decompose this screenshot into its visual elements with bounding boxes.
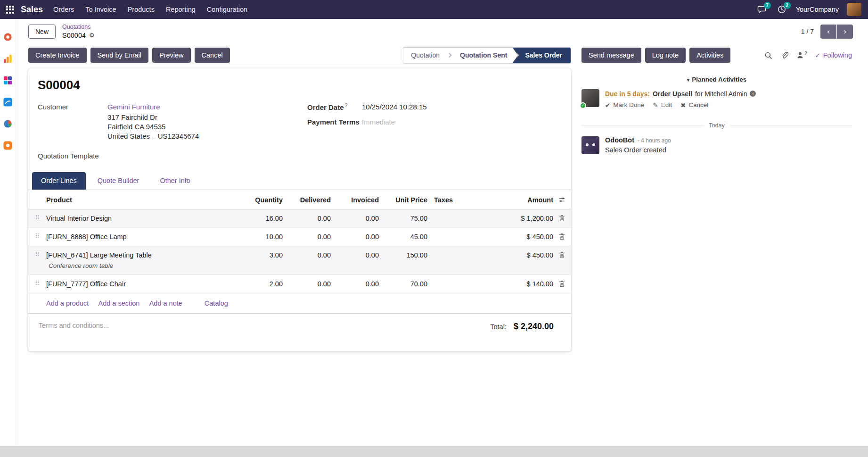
tab-other-info[interactable]: Other Info bbox=[151, 172, 199, 190]
messages-icon[interactable]: 7 bbox=[756, 4, 768, 15]
invoiced-cell[interactable]: 0.00 bbox=[331, 215, 379, 222]
product-description[interactable]: Conference room table bbox=[49, 262, 231, 269]
activity-user-avatar: ✓ bbox=[581, 89, 599, 107]
nav-item-reporting[interactable]: Reporting bbox=[166, 6, 196, 13]
delivered-cell[interactable]: 0.00 bbox=[283, 233, 331, 241]
cancel-button[interactable]: Cancel bbox=[195, 48, 230, 63]
drag-handle-icon[interactable]: ⠿ bbox=[28, 251, 46, 258]
send-message-button[interactable]: Send message bbox=[581, 48, 641, 63]
quantity-cell[interactable]: 16.00 bbox=[236, 215, 283, 222]
payment-terms-value[interactable]: Immediate bbox=[362, 118, 395, 126]
sidebar-app-icon-discuss[interactable] bbox=[3, 32, 13, 42]
product-cell[interactable]: [FURN_7777] Office Chair bbox=[46, 280, 236, 288]
quantity-cell[interactable]: 2.00 bbox=[236, 280, 283, 288]
messages-badge: 7 bbox=[764, 2, 771, 9]
user-avatar[interactable] bbox=[847, 3, 861, 16]
new-button[interactable]: New bbox=[28, 25, 56, 39]
followers-icon[interactable]: 2 bbox=[796, 51, 807, 59]
product-cell[interactable]: [FURN_8888] Office Lamp bbox=[46, 233, 236, 241]
activities-icon[interactable]: 2 bbox=[776, 4, 787, 15]
sidebar-app-icon-chart[interactable] bbox=[3, 54, 13, 64]
drag-handle-icon[interactable]: ⠿ bbox=[28, 215, 46, 221]
delete-line-icon[interactable] bbox=[553, 251, 571, 258]
activities-badge: 2 bbox=[784, 2, 791, 9]
app-brand[interactable]: Sales bbox=[21, 5, 43, 15]
address-line-1: 317 Fairchild Dr bbox=[107, 113, 307, 122]
add-note-link[interactable]: Add a note bbox=[149, 299, 182, 307]
activities-button[interactable]: Activities bbox=[689, 48, 730, 63]
create-invoice-button[interactable]: Create Invoice bbox=[28, 48, 87, 63]
control-panel: New Quotations S00004 ⚙ 1 / 7 ‹ › bbox=[16, 19, 868, 43]
breadcrumb-quotations[interactable]: Quotations bbox=[62, 24, 95, 31]
product-cell[interactable]: [FURN_6741] Large Meeting Table Conferen… bbox=[46, 251, 236, 269]
planned-activities-header[interactable]: ▾Planned Activities bbox=[581, 76, 852, 83]
catalog-link[interactable]: Catalog bbox=[205, 299, 228, 307]
invoiced-cell[interactable]: 0.00 bbox=[331, 280, 379, 288]
nav-item-orders[interactable]: Orders bbox=[53, 6, 74, 13]
add-section-link[interactable]: Add a section bbox=[98, 299, 140, 307]
delivered-cell[interactable]: 0.00 bbox=[283, 215, 331, 222]
column-options-icon[interactable] bbox=[553, 196, 571, 203]
status-step-sales-order[interactable]: Sales Order bbox=[512, 48, 571, 63]
terms-placeholder[interactable]: Terms and conditions... bbox=[39, 322, 109, 329]
following-toggle[interactable]: ✓ Following bbox=[815, 51, 852, 59]
company-name[interactable]: YourCompany bbox=[796, 6, 839, 13]
attachments-icon[interactable] bbox=[780, 51, 788, 59]
delivered-cell[interactable]: 0.00 bbox=[283, 251, 331, 259]
invoiced-cell[interactable]: 0.00 bbox=[331, 233, 379, 241]
activity-due-text: Due in 5 days: bbox=[605, 90, 650, 98]
unit-price-cell[interactable]: 70.00 bbox=[379, 280, 427, 288]
delete-line-icon[interactable] bbox=[553, 280, 571, 287]
apps-menu-icon[interactable] bbox=[4, 3, 16, 16]
sidebar-app-icon-settings[interactable] bbox=[3, 141, 13, 150]
delivered-cell[interactable]: 0.00 bbox=[283, 280, 331, 288]
top-navbar: Sales Orders To Invoice Products Reporti… bbox=[0, 0, 868, 19]
pager-previous-button[interactable]: ‹ bbox=[820, 25, 836, 39]
actions-gear-icon[interactable]: ⚙ bbox=[89, 32, 95, 39]
chatter-message: OdooBot - 4 hours ago Sales Order create… bbox=[581, 136, 852, 154]
send-by-email-button[interactable]: Send by Email bbox=[90, 48, 149, 63]
message-body: Sales Order created bbox=[605, 146, 671, 154]
sidebar-app-icon-pie[interactable] bbox=[3, 119, 13, 129]
delete-line-icon[interactable] bbox=[553, 233, 571, 240]
product-cell[interactable]: Virtual Interior Design bbox=[46, 215, 236, 222]
nav-item-to-invoice[interactable]: To Invoice bbox=[85, 6, 116, 13]
chatter-topbar: Send message Log note Activities 2 bbox=[571, 44, 868, 67]
sidebar-app-icon-dashboard[interactable] bbox=[3, 75, 13, 85]
order-date-label: Order Date? bbox=[307, 103, 362, 111]
mark-done-button[interactable]: ✔ Mark Done bbox=[605, 101, 644, 109]
preview-button[interactable]: Preview bbox=[152, 48, 191, 63]
quantity-cell[interactable]: 3.00 bbox=[236, 251, 283, 259]
log-note-button[interactable]: Log note bbox=[645, 48, 686, 63]
status-step-quotation-sent[interactable]: Quotation Sent bbox=[452, 48, 515, 63]
quantity-cell[interactable]: 10.00 bbox=[236, 233, 283, 241]
drag-handle-icon[interactable]: ⠿ bbox=[28, 233, 46, 239]
pager-next-button[interactable]: › bbox=[837, 25, 853, 39]
nav-item-configuration[interactable]: Configuration bbox=[207, 6, 247, 13]
caret-down-icon: ▾ bbox=[687, 77, 690, 83]
order-lines-body: ⠿ Virtual Interior Design 16.00 0.00 0.0… bbox=[28, 209, 571, 293]
unit-price-cell[interactable]: 150.00 bbox=[379, 251, 427, 259]
apps-sidebar bbox=[0, 19, 16, 446]
info-icon[interactable]: i bbox=[750, 91, 756, 97]
delete-line-icon[interactable] bbox=[553, 215, 571, 222]
status-step-quotation[interactable]: Quotation bbox=[403, 48, 447, 63]
tab-order-lines[interactable]: Order Lines bbox=[32, 172, 86, 190]
drag-handle-icon[interactable]: ⠿ bbox=[28, 280, 46, 286]
add-product-link[interactable]: Add a product bbox=[46, 299, 89, 307]
cancel-activity-button[interactable]: ✖ Cancel bbox=[680, 101, 708, 109]
search-messages-icon[interactable] bbox=[764, 51, 772, 59]
record-pager[interactable]: 1 / 7 bbox=[801, 28, 814, 35]
unit-price-cell[interactable]: 75.00 bbox=[379, 215, 427, 222]
order-line-row: ⠿ [FURN_7777] Office Chair 2.00 0.00 0.0… bbox=[28, 275, 571, 293]
sidebar-app-icon-sales[interactable] bbox=[3, 97, 13, 107]
following-check-icon: ✓ bbox=[815, 52, 820, 59]
order-date-value[interactable]: 10/25/2024 10:28:15 bbox=[362, 103, 427, 111]
tab-quote-builder[interactable]: Quote Builder bbox=[89, 172, 148, 190]
nav-item-products[interactable]: Products bbox=[128, 6, 155, 13]
quotation-form-sheet: S00004 Customer Gemini Furniture 317 Fai… bbox=[28, 68, 571, 351]
unit-price-cell[interactable]: 45.00 bbox=[379, 233, 427, 241]
customer-link[interactable]: Gemini Furniture bbox=[107, 103, 160, 111]
edit-activity-button[interactable]: ✎ Edit bbox=[653, 101, 672, 109]
invoiced-cell[interactable]: 0.00 bbox=[331, 251, 379, 259]
